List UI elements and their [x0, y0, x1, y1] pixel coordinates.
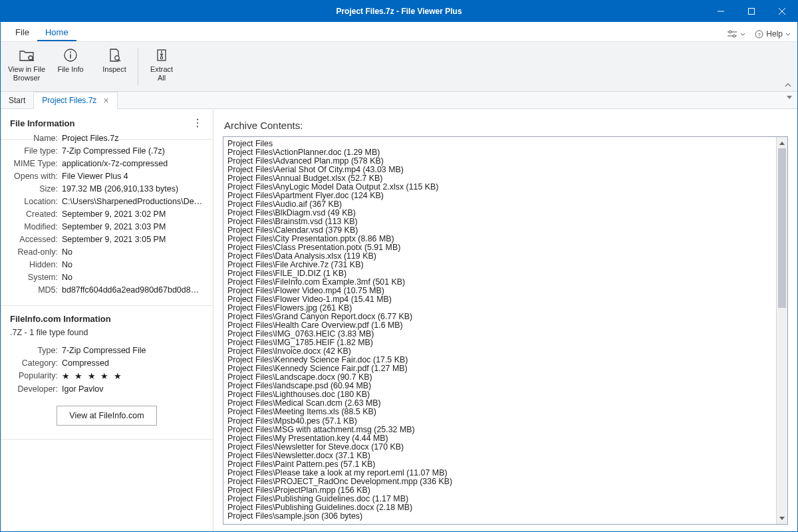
- info-label: File type:: [10, 146, 62, 156]
- tab-project-files-7z[interactable]: Project Files.7z ×: [34, 92, 117, 109]
- info-row: Created:September 9, 2021 3:02 PM: [10, 207, 203, 220]
- vertical-scrollbar[interactable]: [776, 137, 787, 524]
- menubar-right: ? Help: [727, 29, 791, 41]
- info-label: Type:: [10, 346, 62, 355]
- info-icon: [63, 47, 78, 63]
- info-row: Category:Compressed: [10, 356, 203, 369]
- info-row: Location:C:\Users\SharpenedProductions\D…: [10, 195, 203, 207]
- ribbon-label: Inspect: [102, 65, 126, 74]
- info-value: application/x-7z-compressed: [62, 159, 203, 168]
- info-label: Hidden:: [10, 260, 62, 269]
- menu-file[interactable]: File: [7, 23, 37, 41]
- info-row: System:No: [10, 271, 203, 283]
- info-row: MIME Type:application/x-7z-compressed: [10, 157, 203, 170]
- info-label: Developer:: [10, 384, 62, 394]
- close-icon: [779, 8, 785, 15]
- file-information-menu-button[interactable]: ⋯: [192, 118, 204, 129]
- info-value: bd87ffc604dd6a2ead980d67bd0d894b: [62, 285, 203, 295]
- chevron-up-icon: [784, 82, 792, 88]
- extract-all-button[interactable]: Extract All: [140, 43, 184, 90]
- scrollbar-track[interactable]: [777, 148, 787, 513]
- caret-down-icon: [779, 517, 785, 521]
- archive-line: Project Files\Newsletter for Steve.docx …: [227, 443, 772, 452]
- archive-line: Project Files\Publishing Guidelines.docx…: [227, 503, 772, 512]
- info-label: Location:: [10, 197, 62, 206]
- info-label: MD5:: [10, 285, 62, 295]
- info-value: September 9, 2021 3:03 PM: [62, 222, 203, 231]
- svg-point-8: [115, 56, 119, 60]
- tab-start[interactable]: Start: [1, 92, 34, 108]
- archive-line: Project Files\My Presentation.key (4.44 …: [227, 434, 772, 443]
- sidebar: File Information ⋯ Name:Project Files.7z…: [1, 109, 213, 531]
- minimize-button[interactable]: [706, 1, 736, 22]
- archive-line: Project Files\Paint Pattern.pes (57.1 KB…: [227, 460, 772, 469]
- tabstrip: Start Project Files.7z ×: [1, 92, 797, 109]
- inspect-button[interactable]: Inspect: [92, 43, 136, 90]
- document-search-icon: [107, 47, 122, 63]
- svg-point-7: [70, 52, 71, 53]
- minimize-icon: [718, 8, 724, 15]
- settings-button[interactable]: [727, 30, 745, 38]
- file-info-button[interactable]: File Info: [49, 43, 92, 90]
- titlebar: Project Files.7z - File Viewer Plus: [1, 1, 797, 22]
- maximize-button[interactable]: [736, 1, 767, 22]
- scrollbar-thumb[interactable]: [778, 148, 786, 308]
- info-label: Category:: [10, 358, 62, 368]
- main-pane: Archive Contents: Project FilesProject F…: [213, 109, 797, 531]
- info-value: 197.32 MB (206,910,133 bytes): [62, 184, 203, 194]
- caret-down-icon: [787, 96, 792, 100]
- archive-line: Project Files\ProjectPlan.mpp (156 KB): [227, 486, 772, 495]
- info-value: Compressed: [62, 358, 203, 368]
- info-label: Read-only:: [10, 247, 62, 257]
- ribbon-label: File Info: [57, 65, 83, 74]
- scrollbar-up-button[interactable]: [777, 137, 787, 148]
- scrollbar-down-button[interactable]: [777, 513, 787, 524]
- info-row: Accessed:September 9, 2021 3:05 PM: [10, 233, 203, 245]
- info-value: No: [62, 247, 203, 257]
- ribbon: View in File Browser File Info Inspect E…: [1, 42, 797, 92]
- svg-point-2: [733, 35, 736, 37]
- help-label: Help: [766, 29, 783, 39]
- info-row: Modified:September 9, 2021 3:03 PM: [10, 220, 203, 233]
- ribbon-label: Extract: [150, 65, 173, 74]
- info-label: MIME Type:: [10, 159, 62, 168]
- tab-label: Start: [9, 96, 25, 105]
- info-label: Name:: [10, 134, 62, 143]
- archive-line: Project Files\Please take a look at my r…: [227, 469, 772, 477]
- tab-close-button[interactable]: ×: [103, 96, 108, 105]
- close-button[interactable]: [767, 1, 797, 22]
- info-value: File Viewer Plus 4: [62, 172, 203, 181]
- svg-rect-0: [749, 9, 755, 15]
- window-title: Project Files.7z - File Viewer Plus: [336, 7, 462, 16]
- menu-home[interactable]: Home: [37, 23, 76, 41]
- archive-line: Project Files\MSG with attachment.msg (2…: [227, 426, 772, 434]
- ribbon-label: All: [158, 74, 166, 82]
- info-row: File type:7-Zip Compressed File (.7z): [10, 144, 203, 157]
- info-value: Project Files.7z: [62, 134, 203, 143]
- menubar: File Home ? Help: [1, 22, 797, 42]
- info-row: Name:Project Files.7z: [10, 132, 203, 144]
- file-information-rows: Name:Project Files.7zFile type:7-Zip Com…: [1, 132, 213, 306]
- view-at-fileinfo-button[interactable]: View at FileInfo.com: [57, 406, 156, 426]
- tabstrip-overflow-button[interactable]: [787, 96, 792, 100]
- info-row: Opens with:File Viewer Plus 4: [10, 170, 203, 182]
- info-row: Size:197.32 MB (206,910,133 bytes): [10, 182, 203, 195]
- svg-point-5: [29, 56, 33, 60]
- info-row: Popularity:★ ★ ★ ★ ★: [10, 369, 203, 382]
- info-row: Read-only:No: [10, 245, 203, 258]
- app-window: Project Files.7z - File Viewer Plus File…: [0, 0, 798, 532]
- info-value: C:\Users\SharpenedProductions\Desktop\: [62, 197, 203, 206]
- svg-point-1: [730, 31, 732, 33]
- archive-contents-list: Project FilesProject Files\ActionPlanner…: [223, 137, 776, 524]
- archive-contents-title: Archive Contents:: [224, 120, 788, 131]
- ribbon-collapse-button[interactable]: [784, 82, 792, 88]
- info-value: ★ ★ ★ ★ ★: [62, 371, 203, 381]
- archive-line: Project Files\Publishing Guidelines.doc …: [227, 495, 772, 503]
- view-in-file-browser-button[interactable]: View in File Browser: [5, 43, 49, 90]
- info-row: MD5:bd87ffc604dd6a2ead980d67bd0d894b: [10, 283, 203, 296]
- info-value: Igor Pavlov: [62, 384, 203, 394]
- ribbon-label: View in File: [8, 65, 45, 74]
- tab-label: Project Files.7z: [42, 96, 96, 105]
- help-button[interactable]: ? Help: [755, 29, 791, 39]
- archive-line: Project Files\sample.json (306 bytes): [227, 512, 772, 521]
